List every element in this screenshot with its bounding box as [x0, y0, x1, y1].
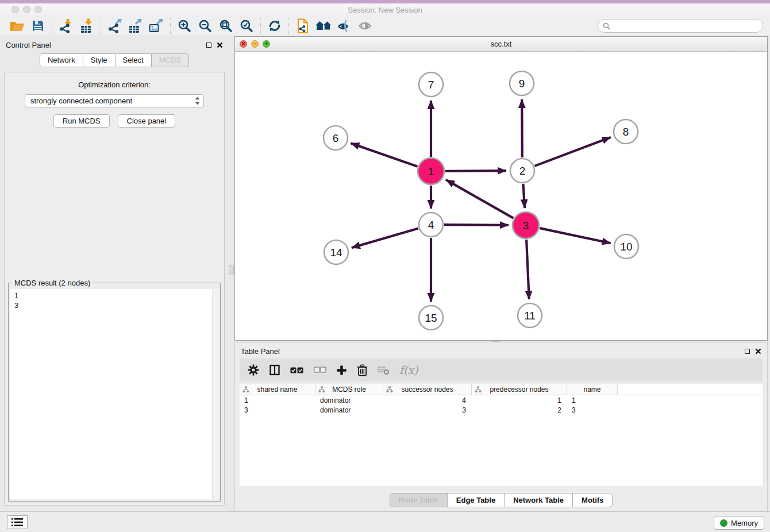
search-field[interactable] [598, 19, 763, 33]
cell-mcds-role[interactable]: dominator [315, 406, 383, 414]
tab-mcds[interactable]: MCDS [152, 53, 189, 67]
column-header-shared-name[interactable]: shared name [240, 384, 315, 395]
apply-layout-button[interactable] [264, 17, 285, 34]
memory-button[interactable]: Memory [714, 516, 764, 530]
column-header-successor-nodes[interactable]: successor nodes [383, 384, 472, 395]
export-network-icon [107, 18, 122, 33]
cell-name[interactable]: 3 [567, 406, 618, 414]
delete-column-button[interactable] [357, 364, 368, 376]
cell-name[interactable]: 1 [567, 396, 618, 404]
tab-network[interactable]: Network [40, 53, 83, 67]
save-session-button[interactable] [28, 17, 48, 34]
tab-network-table[interactable]: Network Table [505, 493, 573, 507]
zoom-selected-button[interactable] [236, 17, 257, 34]
search-input[interactable] [613, 22, 758, 30]
cell-successor-nodes[interactable]: 3 [383, 406, 472, 414]
save-floppy-icon [32, 20, 44, 32]
graph-edge-4-3[interactable] [444, 225, 509, 225]
run-mcds-button[interactable]: Run MCDS [53, 114, 110, 128]
homes-button[interactable] [313, 17, 334, 34]
close-panel-button[interactable]: Close panel [118, 114, 176, 128]
network-graph[interactable]: 1234678910111415 [235, 52, 767, 341]
graph-edge-2-8[interactable] [535, 137, 611, 166]
graph-edge-3-11[interactable] [526, 240, 529, 299]
float-panel-icon[interactable] [745, 349, 750, 354]
mcds-result-textarea[interactable]: 1 3 [10, 289, 218, 499]
delete-table-button[interactable] [378, 365, 390, 375]
export-image-button[interactable] [146, 17, 167, 34]
preview-eye-button[interactable] [355, 17, 375, 34]
network-window-titlebar[interactable]: ✕ − + scc.txt [235, 37, 767, 52]
export-table-button[interactable] [125, 17, 146, 34]
minimize-window-button[interactable] [23, 6, 30, 13]
close-panel-icon[interactable] [755, 348, 761, 354]
float-panel-icon[interactable] [206, 43, 211, 48]
table-row[interactable]: 1 dominator 4 1 1 [240, 396, 763, 405]
graph-edge-4-14[interactable] [352, 228, 418, 248]
graph-edge-2-9[interactable] [522, 99, 522, 157]
tab-select[interactable]: Select [116, 53, 152, 67]
tab-motifs[interactable]: Motifs [573, 493, 613, 507]
graph-node-label: 15 [425, 312, 437, 324]
network-canvas[interactable]: 1234678910111415 [235, 52, 767, 340]
task-history-button[interactable] [7, 515, 28, 529]
table-row[interactable]: 3 dominator 3 2 3 [240, 406, 763, 415]
show-columns-button[interactable] [269, 364, 280, 376]
column-header-name[interactable]: name [567, 384, 618, 395]
zoom-network-button[interactable]: + [263, 40, 270, 48]
cell-mcds-role[interactable]: dominator [315, 396, 383, 404]
close-network-button[interactable]: ✕ [240, 40, 247, 48]
zoom-fit-icon [219, 19, 233, 33]
close-window-button[interactable] [11, 6, 19, 13]
cell-predecessor-nodes[interactable]: 2 [472, 406, 567, 414]
create-column-button[interactable] [336, 365, 347, 376]
result-line: 3 [14, 300, 214, 310]
zoom-fit-button[interactable] [215, 17, 236, 34]
open-session-button[interactable] [7, 17, 28, 34]
cell-predecessor-nodes[interactable]: 1 [472, 396, 567, 404]
deselect-all-rows-button[interactable] [314, 367, 326, 373]
result-scrollbar[interactable] [212, 289, 218, 499]
tab-style[interactable]: Style [83, 53, 116, 67]
cell-shared-name[interactable]: 3 [240, 406, 315, 414]
table-settings-button[interactable] [248, 364, 259, 376]
import-table-button[interactable] [76, 17, 97, 34]
import-network-button[interactable] [56, 17, 76, 34]
graph-edge-1-2[interactable] [445, 171, 506, 171]
graph-node-label: 7 [428, 79, 434, 91]
function-builder-button[interactable]: f(x) [399, 364, 418, 376]
export-table-icon [128, 18, 143, 33]
cell-shared-name[interactable]: 1 [240, 396, 315, 404]
tab-node-table[interactable]: Node Table [390, 493, 448, 507]
search-icon [603, 22, 610, 30]
minimize-network-button[interactable]: − [251, 40, 259, 48]
zoom-out-button[interactable] [195, 17, 215, 34]
graph-edge-3-10[interactable] [540, 228, 610, 243]
zoom-in-button[interactable] [174, 17, 195, 34]
zoom-out-icon [198, 19, 212, 33]
new-network-from-selection-button[interactable] [292, 17, 313, 34]
column-header-mcds-role[interactable]: MCDS role [315, 384, 383, 395]
status-bar: Memory [0, 511, 770, 532]
node-table[interactable]: shared name MCDS role successor nodes [240, 384, 763, 486]
zoom-window-button[interactable] [34, 6, 42, 13]
select-all-rows-button[interactable] [290, 367, 304, 374]
refresh-icon [268, 19, 282, 33]
graph-node-label: 10 [620, 241, 632, 253]
close-panel-icon[interactable] [217, 42, 223, 48]
graph-edge-3-1[interactable] [446, 180, 513, 218]
tab-edge-table[interactable]: Edge Table [448, 493, 505, 507]
titlebar[interactable]: Session: New Session [0, 3, 770, 16]
export-network-button[interactable] [105, 17, 125, 34]
hide-show-eye-slash-button[interactable] [334, 17, 355, 34]
table-panel-title: Table Panel [241, 347, 280, 356]
toolbar-divider [260, 18, 261, 34]
vertical-splitter-handle[interactable] [229, 265, 234, 275]
cell-successor-nodes[interactable]: 4 [383, 396, 472, 404]
column-header-predecessor-nodes[interactable]: predecessor nodes [472, 384, 567, 395]
graph-edge-1-6[interactable] [351, 143, 417, 167]
main-toolbar [0, 16, 770, 36]
optimization-criterion-select[interactable]: strongly connected component [25, 94, 204, 107]
window-title: Session: New Session [348, 6, 422, 14]
graph-edge-2-3[interactable] [523, 184, 525, 208]
